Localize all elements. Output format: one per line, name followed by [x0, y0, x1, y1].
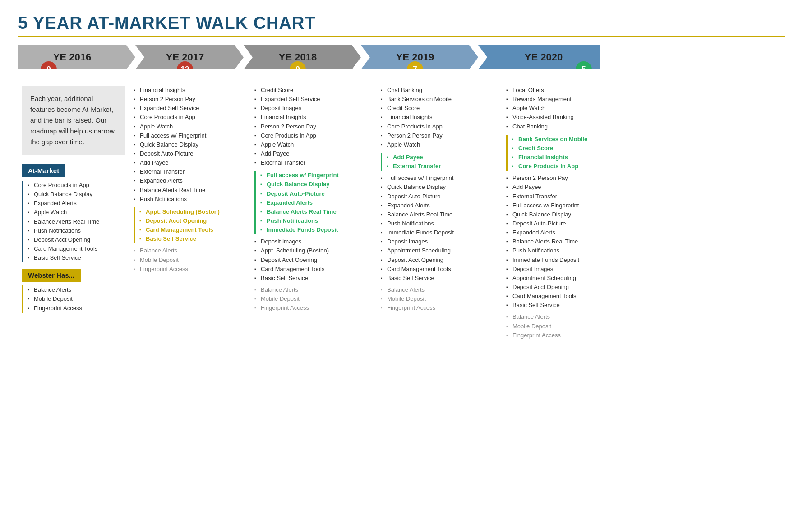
- badge-2017: 13: [177, 61, 193, 78]
- list-item: Appointment Scheduling: [381, 246, 499, 255]
- list-item: Balance Alerts: [381, 285, 499, 294]
- list-item: Deposit Acct Opening: [254, 256, 374, 265]
- webster-list-2016: Balance Alerts Mobile Deposit Fingerprin…: [22, 285, 125, 312]
- badge-2018: 9: [290, 61, 306, 78]
- list-item: Fingerprint Access: [134, 265, 247, 274]
- green-list-2018: Full access w/ Fingerprint Quick Balance…: [260, 171, 374, 234]
- list-item: Quick Balance Display: [260, 180, 374, 189]
- content-area: Each year, additional features become At…: [18, 86, 785, 340]
- list-item: Mobile Deposit: [134, 256, 247, 265]
- list-item: Quick Balance Display: [506, 210, 623, 219]
- list-item: Quick Balance Display: [381, 183, 499, 192]
- list-item: Expanded Alerts: [260, 198, 374, 207]
- info-box: Each year, additional features become At…: [22, 86, 125, 155]
- list-item: Core Products in App: [28, 181, 125, 190]
- list-item: Chat Banking: [506, 122, 623, 131]
- above-line-list-2019: Chat Banking Bank Services on Mobile Cre…: [381, 86, 499, 149]
- list-item: Apple Watch: [381, 140, 499, 149]
- gray-list-2020: Balance Alerts Mobile Deposit Fingerprin…: [506, 312, 623, 339]
- list-item: Core Products in App: [134, 113, 247, 122]
- list-item: Person 2 Person Pay: [134, 95, 247, 104]
- list-item: External Transfer: [254, 158, 374, 167]
- list-item: Balance Alerts Real Time: [506, 237, 623, 246]
- list-item: Basic Self Service: [139, 234, 247, 243]
- list-item: Apple Watch: [28, 208, 125, 217]
- list-item: External Transfer: [387, 162, 499, 171]
- col-2020: Local Offers Rewards Management Apple Wa…: [503, 86, 627, 340]
- list-item: External Transfer: [134, 167, 247, 176]
- list-item: Immediate Funds Deposit: [506, 256, 623, 265]
- list-item: Deposit Images: [254, 104, 374, 113]
- list-item: Bank Services on Mobile: [381, 95, 499, 104]
- list-item: Balance Alerts: [28, 285, 125, 294]
- list-item: Push Notifications: [260, 216, 374, 225]
- list-item: Mobile Deposit: [28, 294, 125, 303]
- list-item: Balance Alerts Real Time: [381, 210, 499, 219]
- list-item: Fingerprint Access: [381, 303, 499, 312]
- list-item: Balance Alerts: [134, 246, 247, 255]
- list-item: Expanded Alerts: [28, 199, 125, 208]
- list-item: Push Notifications: [28, 226, 125, 235]
- list-item: Apple Watch: [254, 140, 374, 149]
- list-item: Local Offers: [506, 86, 623, 95]
- list-item: Apple Watch: [134, 122, 247, 131]
- list-item: Person 2 Person Pay: [381, 131, 499, 140]
- normal-list-2019: Full access w/ Fingerprint Quick Balance…: [381, 174, 499, 283]
- above-line-list-2018: Credit Score Expanded Self Service Depos…: [254, 86, 374, 167]
- gray-list-2019: Balance Alerts Mobile Deposit Fingerprin…: [381, 285, 499, 312]
- list-item: Card Management Tools: [28, 244, 125, 253]
- green-list-2019: Add Payee External Transfer: [387, 153, 499, 171]
- list-item: Push Notifications: [134, 195, 247, 204]
- list-item: Quick Balance Display: [134, 140, 247, 149]
- list-item: Balance Alerts Real Time: [134, 186, 247, 195]
- list-item: Fingerprint Access: [254, 303, 374, 312]
- list-item: Balance Alerts: [506, 312, 623, 321]
- list-item: Financial Insights: [512, 153, 623, 162]
- list-item: Financial Insights: [254, 113, 374, 122]
- list-item: Core Products in App: [254, 131, 374, 140]
- timeline-seg-2017: YE 2017 13: [126, 45, 244, 69]
- at-market-list-2016: Core Products in App Quick Balance Displ…: [22, 181, 125, 262]
- list-item: Fingerprint Access: [28, 304, 125, 313]
- list-item: Full access w/ Fingerprint: [134, 131, 247, 140]
- list-item: Card Management Tools: [254, 265, 374, 274]
- list-item: Add Payee: [254, 149, 374, 158]
- list-item: Fingerprint Access: [506, 331, 623, 340]
- list-item: Full access w/ Fingerprint: [381, 174, 499, 183]
- list-item: Card Management Tools: [381, 265, 499, 274]
- title-underline: [18, 36, 785, 37]
- list-item: Basic Self Service: [254, 274, 374, 283]
- list-item: Card Management Tools: [506, 292, 623, 301]
- list-item: Expanded Self Service: [254, 95, 374, 104]
- list-item: Core Products in App: [381, 122, 499, 131]
- list-item: Quick Balance Display: [28, 190, 125, 199]
- col-2018: Credit Score Expanded Self Service Depos…: [251, 86, 377, 340]
- list-item: Expanded Alerts: [381, 201, 499, 210]
- webster-label: Webster Has...: [22, 269, 81, 282]
- list-item: Bank Services on Mobile: [512, 135, 623, 144]
- list-item: Person 2 Person Pay: [254, 122, 374, 131]
- list-item: Person 2 Person Pay: [506, 174, 623, 183]
- timeline-seg-2018: YE 2018 9: [235, 45, 361, 69]
- list-item: Deposit Images: [506, 265, 623, 274]
- list-item: Core Products in App: [512, 162, 623, 171]
- list-item: Push Notifications: [381, 219, 499, 228]
- list-item: Appt. Scheduling (Boston): [254, 246, 374, 255]
- list-item: Deposit Auto-Picture: [506, 219, 623, 228]
- list-item: Appointment Scheduling: [506, 274, 623, 283]
- list-item: Deposit Auto-Picture: [381, 192, 499, 201]
- list-item: Financial Insights: [381, 113, 499, 122]
- gold-list-2017: Appt. Scheduling (Boston) Deposit Acct O…: [139, 207, 247, 244]
- gray-list-2018: Balance Alerts Mobile Deposit Fingerprin…: [254, 285, 374, 312]
- list-item: Voice-Assisted Banking: [506, 113, 623, 122]
- list-item: Appt. Scheduling (Boston): [139, 207, 247, 216]
- list-item: Credit Score: [381, 104, 499, 113]
- green-list-2020: Bank Services on Mobile Credit Score Fin…: [512, 135, 623, 171]
- list-item: Deposit Acct Opening: [381, 256, 499, 265]
- list-item: Mobile Deposit: [381, 294, 499, 303]
- list-item: Financial Insights: [134, 86, 247, 95]
- col-2016: Each year, additional features become At…: [18, 86, 130, 340]
- at-market-label: At-Market: [22, 164, 65, 177]
- list-item: Immediate Funds Deposit: [381, 228, 499, 237]
- list-item: Add Payee: [387, 153, 499, 162]
